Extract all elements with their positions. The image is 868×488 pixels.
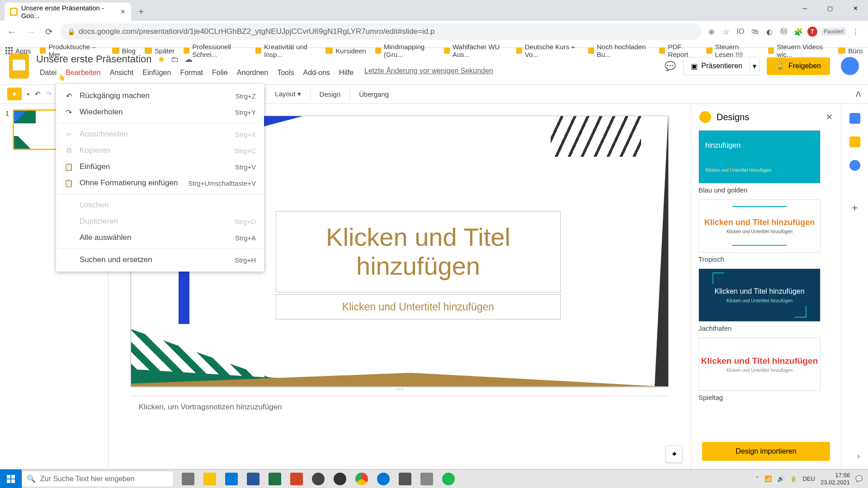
maximize-button[interactable]: ▢ <box>817 0 843 16</box>
chrome-menu-icon[interactable]: ⋮ <box>850 26 861 37</box>
chrome-icon[interactable] <box>351 469 373 488</box>
volume-icon[interactable]: 🔊 <box>777 475 784 482</box>
ext-circle-icon[interactable]: ◐ <box>764 26 775 37</box>
bookmark-item[interactable]: PDF Report <box>659 43 697 58</box>
menu-format[interactable]: Format <box>176 67 207 79</box>
bookmark-item[interactable]: Steuern Videos wic... <box>768 43 829 58</box>
import-design-button[interactable]: Design importieren <box>702 442 830 461</box>
add-addon-icon[interactable]: + <box>851 202 858 214</box>
new-slide-button[interactable]: + <box>7 88 22 100</box>
menu-einfuegen[interactable]: Einfügen <box>139 67 175 79</box>
subtitle-placeholder[interactable]: Klicken und Untertitel hinzufügen <box>276 294 561 319</box>
tray-chevron-icon[interactable]: ˄ <box>756 475 759 482</box>
designs-list[interactable]: hinzufügenKlicken und Untertitel hinzufü… <box>691 130 841 436</box>
extensions-menu-icon[interactable]: 🧩 <box>793 26 804 37</box>
explorer-icon[interactable] <box>199 469 221 488</box>
menu-redo[interactable]: ↷WiederholenStrg+Y <box>56 104 264 120</box>
collapse-rail-icon[interactable]: › <box>857 451 860 461</box>
menu-paste-unformatted[interactable]: 📋Ohne Formatierung einfügenStrg+Umschalt… <box>56 175 264 191</box>
app-icon[interactable] <box>416 469 438 488</box>
menu-tools[interactable]: Tools <box>274 67 297 79</box>
zoom-icon[interactable]: ⊕ <box>706 26 717 37</box>
task-view-icon[interactable] <box>177 469 199 488</box>
design-card-tropisch[interactable]: Klicken und Titel hinzufügenKlicken und … <box>698 199 834 263</box>
menu-paste[interactable]: 📋EinfügenStrg+V <box>56 159 264 175</box>
undo-icon[interactable]: ↶ <box>35 90 41 98</box>
cloud-status-icon[interactable]: ☁ <box>184 54 193 64</box>
design-card-jachthafen[interactable]: Klicken und Titel hinzufügenKlicken und … <box>698 268 834 332</box>
url-bar[interactable]: 🔒 docs.google.com/presentation/d/1je40CL… <box>60 23 702 40</box>
share-button[interactable]: 🔒 Freigeben <box>767 57 830 75</box>
tasks-addon-icon[interactable] <box>849 160 860 171</box>
calendar-addon-icon[interactable] <box>849 113 860 124</box>
present-dropdown-button[interactable]: ▾ <box>750 57 760 75</box>
browser-tab[interactable]: Unsere erste Präsentation - Goo... ✕ <box>5 3 131 21</box>
powerpoint-icon[interactable] <box>286 469 307 488</box>
notes-resize-handle[interactable] <box>391 389 409 391</box>
slides-logo-icon[interactable] <box>9 53 29 79</box>
app-icon[interactable] <box>307 469 329 488</box>
collapse-toolbar-icon[interactable]: ᐱ <box>856 90 861 99</box>
back-button[interactable]: ← <box>5 24 19 40</box>
comments-icon[interactable]: 💬 <box>665 61 676 71</box>
close-window-button[interactable]: ✕ <box>843 0 868 16</box>
star-icon[interactable]: ★ <box>157 54 165 65</box>
spotify-icon[interactable] <box>438 469 459 488</box>
transition-button[interactable]: Übergang <box>355 89 392 100</box>
menu-undo[interactable]: ↶Rückgängig machenStrg+Z <box>56 88 264 104</box>
reload-button[interactable]: ⟳ <box>42 23 56 40</box>
ext-cart-icon[interactable]: 🛍 <box>750 26 760 37</box>
start-button[interactable] <box>0 469 22 488</box>
keep-addon-icon[interactable] <box>849 136 860 147</box>
pause-badge[interactable]: Pausiert <box>821 28 846 36</box>
design-card-spieltag[interactable]: Klicken und Titel hinzufügenKlicken und … <box>698 338 834 401</box>
bookmark-item[interactable]: Steuern Lesen !!!! <box>706 43 759 58</box>
minimize-button[interactable]: ─ <box>792 0 817 16</box>
clock[interactable]: 17:56 23.02.2021 <box>821 472 850 486</box>
menu-hilfe[interactable]: Hilfe <box>335 67 357 79</box>
forward-button[interactable]: → <box>24 24 38 40</box>
menu-datei[interactable]: Datei <box>36 67 60 79</box>
close-panel-icon[interactable]: ✕ <box>826 112 833 122</box>
tab-strip: Unsere erste Präsentation - Goo... ✕ + ─… <box>0 0 868 21</box>
title-placeholder[interactable]: Klicken und Titel hinzufügen <box>276 211 561 292</box>
menu-select-all[interactable]: Alle auswählenStrg+A <box>56 230 264 246</box>
design-card-blau-golden[interactable]: hinzufügenKlicken und Untertitel hinzufü… <box>698 130 834 194</box>
excel-icon[interactable] <box>264 469 286 488</box>
menu-addons[interactable]: Add-ons <box>300 67 334 79</box>
menu-anordnen[interactable]: Anordnen <box>233 67 272 79</box>
last-edit-link[interactable]: Letzte Änderung vor wenigen Sekunden <box>364 67 493 79</box>
speaker-notes[interactable]: Klicken, um Vortragsnotizen hinzuzufügen <box>131 396 669 418</box>
menu-find-replace[interactable]: Suchen und ersetzenStrg+H <box>56 252 264 268</box>
move-folder-icon[interactable]: 🗀 <box>171 55 179 64</box>
ext-m-icon[interactable]: Ⓜ <box>778 26 789 37</box>
app-icon[interactable] <box>394 469 416 488</box>
close-tab-icon[interactable]: ✕ <box>120 8 126 15</box>
explore-button[interactable]: ✦ <box>665 446 683 463</box>
menu-folie[interactable]: Folie <box>208 67 231 79</box>
language-indicator[interactable]: DEU <box>802 475 815 482</box>
menu-ansicht[interactable]: Ansicht <box>106 67 137 79</box>
ext-io-icon[interactable]: IO <box>735 26 746 37</box>
folder-icon <box>40 47 46 54</box>
app-icon[interactable] <box>221 469 242 488</box>
document-title[interactable]: Unsere erste Präsentation <box>36 53 152 65</box>
menu-bearbeiten[interactable]: Bearbeiten <box>62 67 104 79</box>
battery-icon[interactable]: 🔋 <box>790 475 797 482</box>
notifications-icon[interactable]: 💬 <box>855 475 863 482</box>
design-button[interactable]: Design <box>316 89 344 100</box>
new-slide-dropdown[interactable]: ▾ <box>27 92 29 97</box>
obs-icon[interactable] <box>329 469 351 488</box>
new-tab-button[interactable]: + <box>134 5 148 19</box>
bookmark-item[interactable]: Büro <box>838 47 863 55</box>
word-icon[interactable] <box>242 469 264 488</box>
profile-avatar[interactable]: T <box>807 27 817 37</box>
edge-icon[interactable] <box>373 469 394 488</box>
present-button[interactable]: ▣ Präsentieren <box>683 57 750 75</box>
star-bookmark-icon[interactable]: ☆ <box>721 26 731 37</box>
taskbar-search[interactable]: 🔍 Zur Suche Text hier eingeben <box>22 471 174 487</box>
user-avatar[interactable] <box>841 57 859 75</box>
layout-button[interactable]: Layout ▾ <box>271 88 304 100</box>
redo-icon[interactable]: ↷ <box>46 90 52 98</box>
wifi-icon[interactable]: 📶 <box>764 475 772 482</box>
